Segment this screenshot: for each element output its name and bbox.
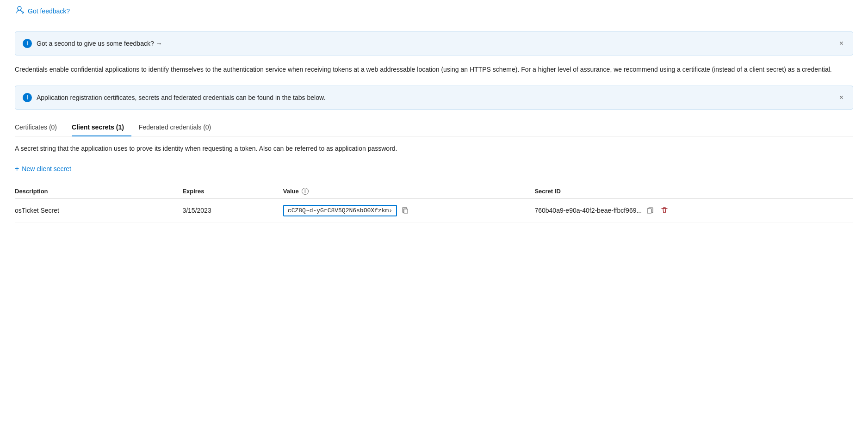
feedback-banner-text: Got a second to give us some feedback? → <box>37 40 162 47</box>
svg-rect-2 <box>647 209 651 213</box>
new-client-secret-button[interactable]: + New client secret <box>15 163 71 175</box>
delete-secret-button[interactable] <box>658 204 670 216</box>
secret-id-cell: 760b40a9-e90a-40f2-beae-ffbcf969... <box>534 199 853 222</box>
feedback-banner-close[interactable]: × <box>837 37 845 49</box>
col-header-description: Description <box>15 184 182 199</box>
feedback-person-icon <box>15 6 24 16</box>
secret-description-text: A secret string that the application use… <box>15 144 853 154</box>
feedback-bar-label: Got feedback? <box>28 7 70 15</box>
tab-certificates[interactable]: Certificates (0) <box>15 119 64 136</box>
new-secret-button-label: New client secret <box>22 165 71 172</box>
tabs-info-banner-text: Application registration certificates, s… <box>37 94 325 101</box>
info-icon-2: i <box>23 93 32 102</box>
credentials-description: Credentials enable confidential applicat… <box>15 65 853 74</box>
feedback-banner: i Got a second to give us some feedback?… <box>15 31 853 55</box>
tabs-info-banner-close[interactable]: × <box>837 92 845 104</box>
col-header-value: Value i <box>283 184 535 199</box>
col-header-expires: Expires <box>182 184 283 199</box>
copy-secret-id-button[interactable] <box>645 206 655 215</box>
secret-expires-cell: 3/15/2023 <box>182 199 283 222</box>
info-icon-1: i <box>23 39 32 48</box>
svg-rect-1 <box>404 209 408 213</box>
secret-description-cell: osTicket Secret <box>15 199 182 222</box>
tab-federated-credentials[interactable]: Federated credentials (0) <box>139 119 218 136</box>
col-header-secret-id: Secret ID <box>534 184 853 199</box>
copy-value-button[interactable] <box>401 206 410 215</box>
tab-client-secrets[interactable]: Client secrets (1) <box>72 119 131 136</box>
tabs-info-banner: i Application registration certificates,… <box>15 86 853 110</box>
client-secrets-table: Description Expires Value i Secret ID <box>15 184 853 222</box>
secret-value-text: cCZ8Q~d-yGrC8V5Q2N6sbO0Xfzkm› <box>283 205 397 216</box>
feedback-bar[interactable]: Got feedback? <box>15 0 853 22</box>
secret-id-text: 760b40a9-e90a-40f2-beae-ffbcf969... <box>534 207 642 214</box>
new-secret-plus-icon: + <box>15 165 19 173</box>
secret-value-cell: cCZ8Q~d-yGrC8V5Q2N6sbO0Xfzkm› <box>283 199 535 222</box>
credentials-tabs: Certificates (0) Client secrets (1) Fede… <box>15 119 853 136</box>
value-info-icon[interactable]: i <box>302 188 309 195</box>
table-row: osTicket Secret 3/15/2023 cCZ8Q~d-yGrC8V… <box>15 199 853 222</box>
